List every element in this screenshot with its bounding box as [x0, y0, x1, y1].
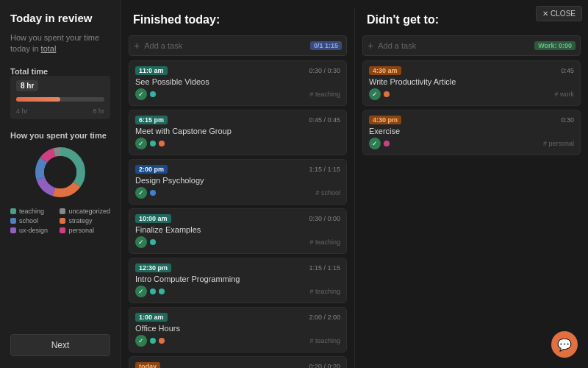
- next-button[interactable]: Next: [10, 334, 110, 356]
- add-task-plus-icon: +: [368, 40, 373, 52]
- task-time-badge: 6:15 pm: [135, 116, 168, 124]
- didnt-scroll[interactable]: + Add a task Work: 0:00 4:30 am 0:45 Wri…: [355, 32, 588, 368]
- check-icon: ✓: [135, 88, 147, 100]
- task-exercise[interactable]: 4:30 pm 0:30 Exercise ✓ # personal: [362, 110, 581, 155]
- add-task-badge-didnt: Work: 0:00: [534, 41, 576, 50]
- legend: teaching uncategorized school strategy u…: [10, 208, 110, 234]
- task-tag: # teaching: [309, 91, 340, 98]
- task-time-badge: 12:30 pm: [135, 263, 171, 272]
- check-icon: ✓: [135, 335, 147, 347]
- color-dot: [150, 190, 156, 196]
- total-time-section: Total time 8 hr 4 hr 8 hr: [10, 63, 110, 119]
- check-icon: ✓: [135, 286, 147, 297]
- task-time-badge: 4:30 am: [369, 66, 401, 75]
- task-time-badge: 11:0 am: [135, 66, 168, 75]
- check-icon: ✓: [135, 138, 147, 149]
- task-time-badge: today: [135, 362, 160, 368]
- color-dot-1: [150, 338, 156, 344]
- task-duration: 0:45: [561, 67, 574, 74]
- svg-point-6: [44, 156, 76, 188]
- task-name: Write Productivity Article: [369, 77, 574, 86]
- task-tag: # teaching: [309, 288, 340, 295]
- legend-dot-school: [10, 218, 16, 224]
- add-task-text-didnt: Add a task: [378, 41, 416, 50]
- finished-scroll[interactable]: + Add a task 0/1 1:15 11:0 am 0:30 / 0:3…: [121, 32, 354, 368]
- task-tag: # teaching: [309, 238, 340, 246]
- close-button[interactable]: ✕ CLOSE: [536, 6, 582, 21]
- task-name: See Possible Videos: [135, 77, 340, 86]
- progress-right: 8 hr: [93, 107, 104, 115]
- spent-section: How you spent your time tea: [10, 127, 110, 234]
- task-duration: 0:30 / 0:30: [309, 67, 340, 74]
- color-dot-2: [159, 289, 165, 294]
- task-name: Meet with Capstone Group: [135, 127, 340, 135]
- chat-bubble[interactable]: 💬: [551, 331, 578, 358]
- task-time-badge: 1:00 am: [135, 313, 168, 322]
- color-dot: [384, 91, 390, 97]
- legend-uxdesign: ux-design: [10, 227, 54, 234]
- color-dot-1: [150, 141, 156, 146]
- task-name: Exercise: [369, 127, 574, 135]
- task-office-hours[interactable]: 1:00 am 2:00 / 2:00 Office Hours ✓ # tea…: [129, 307, 347, 353]
- legend-school: school: [10, 217, 54, 224]
- sidebar-subtitle: How you spent your time today in total: [10, 32, 110, 55]
- color-dot-2: [159, 141, 165, 146]
- progress-fill: [16, 97, 60, 102]
- finished-column: Finished today: + Add a task 0/1 1:15 11…: [121, 7, 355, 368]
- task-name: Design Psychology: [135, 176, 340, 185]
- task-name: Finalize Examples: [135, 225, 340, 234]
- add-task-badge-finished: 0/1 1:15: [310, 41, 342, 50]
- task-duration: 2:00 / 2:00: [309, 314, 340, 321]
- color-dot: [150, 91, 156, 97]
- task-time-badge: 4:30 pm: [369, 116, 401, 124]
- add-task-didnt[interactable]: + Add a task Work: 0:00: [362, 35, 581, 56]
- main-content: ✕ CLOSE Finished today: + Add a task 0/1…: [121, 0, 588, 368]
- subtitle-link[interactable]: total: [41, 44, 57, 53]
- task-name: Office Hours: [135, 324, 340, 333]
- task-see-possible-videos[interactable]: 11:0 am 0:30 / 0:30 See Possible Videos …: [129, 60, 347, 106]
- task-strategy-prep[interactable]: today 0:20 / 0:20 Strategy Prep ✓ # stra…: [129, 356, 347, 368]
- check-icon: ✓: [135, 187, 147, 199]
- add-task-text-finished: Add a task: [144, 41, 182, 50]
- task-finalize-examples[interactable]: 10:00 am 0:30 / 0:00 Finalize Examples ✓…: [129, 208, 347, 254]
- check-icon: ✓: [369, 138, 381, 149]
- total-time-box: 8 hr 4 hr 8 hr: [10, 76, 110, 119]
- chat-icon: 💬: [557, 338, 572, 352]
- task-name: Intro Computer Programming: [135, 275, 340, 283]
- add-task-finished[interactable]: + Add a task 0/1 1:15: [129, 35, 347, 56]
- task-time-badge: 10:00 am: [135, 214, 171, 223]
- task-tag: # teaching: [309, 337, 340, 344]
- task-duration: 0:45 / 0:45: [309, 116, 340, 124]
- spent-label: How you spent your time: [10, 131, 110, 140]
- color-dot: [384, 141, 390, 146]
- total-time-label: Total time: [10, 67, 110, 76]
- legend-dot-teaching: [10, 208, 16, 214]
- legend-teaching: teaching: [10, 208, 54, 215]
- sidebar: Today in review How you spent your time …: [0, 0, 121, 368]
- task-duration: 0:30 / 0:00: [309, 215, 340, 222]
- task-duration: 0:20 / 0:20: [309, 363, 340, 368]
- task-intro-computer-programming[interactable]: 12:30 pm 1:15 / 1:15 Intro Computer Prog…: [129, 258, 347, 303]
- task-duration: 0:30: [561, 116, 574, 124]
- color-dot-1: [150, 289, 156, 294]
- legend-dot-uncategorized: [60, 208, 65, 214]
- task-duration: 1:15 / 1:15: [309, 166, 340, 173]
- legend-dot-uxdesign: [10, 227, 16, 233]
- check-icon: ✓: [135, 236, 147, 248]
- time-badge: 8 hr: [16, 80, 38, 91]
- columns-area: Finished today: + Add a task 0/1 1:15 11…: [121, 0, 588, 368]
- add-task-plus-icon: +: [134, 40, 140, 52]
- legend-strategy: strategy: [60, 217, 110, 224]
- legend-dot-strategy: [60, 218, 65, 224]
- task-tag: # work: [554, 91, 574, 98]
- task-meet-capstone[interactable]: 6:15 pm 0:45 / 0:45 Meet with Capstone G…: [129, 110, 347, 155]
- donut-container: teaching uncategorized school strategy u…: [10, 143, 110, 234]
- task-tag: # school: [315, 189, 340, 197]
- task-write-productivity[interactable]: 4:30 am 0:45 Write Productivity Article …: [362, 60, 581, 106]
- sidebar-title: Today in review: [10, 12, 110, 25]
- task-time-badge: 2:00 pm: [135, 165, 168, 174]
- color-dot: [150, 239, 156, 245]
- task-design-psychology[interactable]: 2:00 pm 1:15 / 1:15 Design Psychology ✓ …: [129, 159, 347, 205]
- check-icon: ✓: [369, 88, 381, 100]
- task-tag: # personal: [543, 140, 574, 147]
